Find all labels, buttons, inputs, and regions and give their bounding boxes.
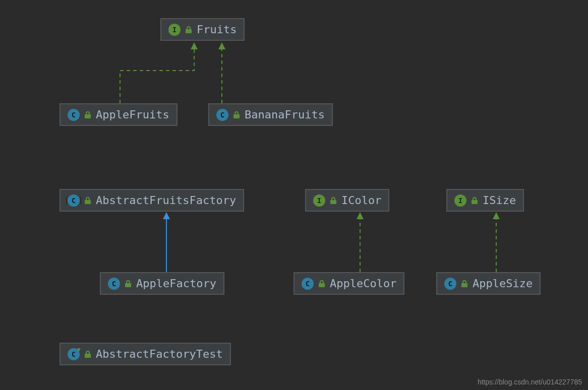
uml-diagram-canvas: I Fruits C AppleFruits C BananaFruits C … — [0, 0, 588, 390]
node-abstract-fruits-factory[interactable]: C AbstractFruitsFactory — [60, 189, 244, 212]
node-label: IColor — [341, 194, 381, 207]
watermark-text: https://blog.csdn.net/u014227785 — [478, 378, 582, 386]
node-label: AppleFactory — [136, 277, 216, 290]
lock-icon — [461, 280, 467, 287]
class-icon: C — [302, 278, 314, 290]
node-label: Fruits — [197, 23, 237, 36]
lock-icon — [472, 197, 478, 204]
lock-icon — [85, 351, 91, 358]
lock-icon — [125, 280, 131, 287]
node-label: AppleSize — [473, 277, 533, 290]
lock-icon — [85, 111, 91, 118]
node-abstract-factory-test[interactable]: C AbstractFactoryTest — [60, 343, 231, 365]
node-apple-size[interactable]: C AppleSize — [436, 272, 541, 295]
node-apple-factory[interactable]: C AppleFactory — [100, 272, 224, 295]
node-label: BananaFruits — [245, 108, 325, 121]
lock-icon — [330, 197, 336, 204]
node-banana-fruits[interactable]: C BananaFruits — [208, 103, 333, 126]
lock-icon — [85, 197, 91, 204]
class-icon: C — [68, 109, 80, 121]
node-label: AppleFruits — [96, 108, 169, 121]
node-icolor[interactable]: I IColor — [305, 189, 389, 212]
class-icon: C — [108, 278, 120, 290]
interface-icon: I — [313, 194, 325, 207]
node-label: AppleColor — [330, 277, 396, 290]
runnable-class-icon: C — [68, 348, 80, 360]
class-icon: C — [216, 109, 228, 121]
class-icon: C — [444, 278, 456, 290]
node-apple-color[interactable]: C AppleColor — [293, 272, 404, 295]
node-fruits[interactable]: I Fruits — [160, 18, 245, 41]
node-apple-fruits[interactable]: C AppleFruits — [60, 103, 178, 126]
node-isize[interactable]: I ISize — [446, 189, 524, 212]
abstract-class-icon: C — [68, 194, 80, 207]
lock-icon — [319, 280, 325, 287]
lock-icon — [233, 111, 240, 118]
node-label: AbstractFruitsFactory — [96, 194, 236, 207]
node-label: ISize — [483, 194, 516, 207]
interface-icon: I — [168, 24, 181, 36]
lock-icon — [186, 26, 192, 33]
node-label: AbstractFactoryTest — [96, 348, 223, 360]
interface-icon: I — [454, 194, 466, 207]
